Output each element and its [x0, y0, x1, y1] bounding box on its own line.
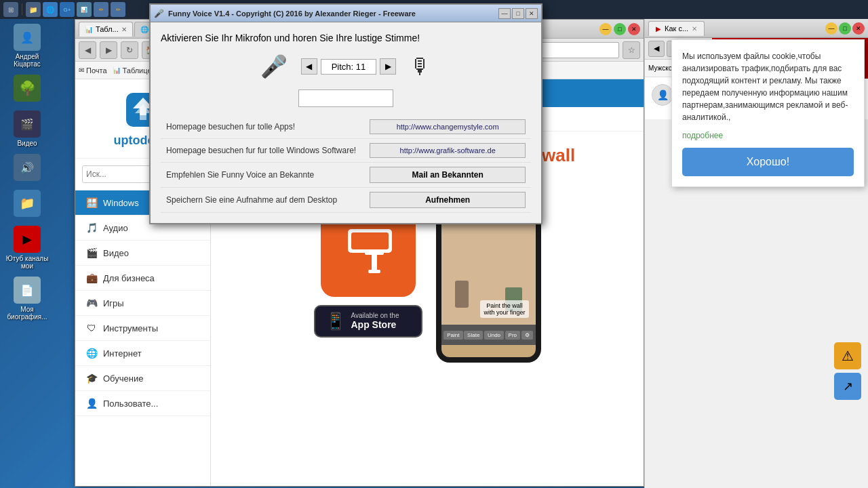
yt-win-controls: — □ ✕: [825, 22, 865, 35]
tab-icon-2: 🌐: [140, 26, 149, 33]
user-nav-icon: 👤: [85, 398, 98, 409]
browser-minimize-button[interactable]: —: [599, 23, 612, 35]
phone-slate-btn[interactable]: Slate: [464, 331, 483, 340]
svg-rect-4: [351, 232, 389, 249]
desktop-icon-user[interactable]: 👤 Андрей Кіцартас: [3, 24, 51, 68]
cookie-main-text: Мы используем файлы cookie,чтобы анализи…: [682, 52, 848, 122]
business-icon: 💼: [85, 272, 98, 283]
phone-settings-btn[interactable]: ⚙: [521, 331, 533, 340]
app-store-text: Available on the App Store: [351, 312, 399, 330]
sidebar-item-games[interactable]: 🎮 Игры: [75, 291, 210, 316]
taskbar-icon-4[interactable]: 📊: [77, 2, 92, 17]
taskbar-icon-5[interactable]: ✏: [94, 2, 108, 17]
nav-back-button[interactable]: ◀: [79, 41, 96, 59]
table-row: Speichern Sie eine Aufnahme auf dem Desk…: [161, 188, 531, 213]
phone-toolbar: Paint Slate Undo Pro ⚙: [441, 325, 536, 345]
sidebar-item-business[interactable]: 💼 Для бизнеса: [75, 266, 210, 291]
yt-content: 👤 RU Мы используем файлы cookie,чтобы ан…: [645, 77, 868, 119]
fv-link-1-button[interactable]: http://www.changemystyle.com: [370, 119, 526, 134]
available-on-label: Available on the: [351, 312, 399, 319]
table-row: Homepage besuchen fur tolle Apps! http:/…: [161, 115, 531, 139]
cookie-accept-button[interactable]: Хорошо!: [682, 148, 854, 176]
sidebar-item-tools[interactable]: 🛡 Инструменты: [75, 316, 210, 341]
yt-tab-close[interactable]: ✕: [692, 25, 697, 33]
taskbar-icon-1[interactable]: 📁: [26, 2, 41, 17]
phone-undo-btn[interactable]: Undo: [484, 331, 504, 340]
browser-tab-1[interactable]: 📊 Табл... ✕: [79, 22, 133, 37]
fv-title-icon: 🎤: [154, 9, 164, 18]
desktop-icon-video[interactable]: 🎬 Видео: [3, 110, 51, 147]
fv-pitch-input[interactable]: [298, 89, 393, 107]
browser-maximize-button[interactable]: □: [614, 23, 626, 35]
fv-row-3-desc: Empfehlen Sie Funny Voice an Bekannte: [161, 163, 364, 188]
games-icon: 🎮: [85, 298, 98, 308]
bookmark-mail-label: Почта: [86, 66, 107, 75]
fv-link-2-button[interactable]: http://www.grafik-software.de: [370, 143, 526, 158]
desktop-icon-user-label: Андрей Кіцартас: [3, 53, 51, 68]
phone-paint-btn[interactable]: Paint: [443, 331, 462, 340]
fv-record-button[interactable]: Aufnehmen: [370, 192, 526, 208]
desktop-icon-tree[interactable]: 🌳: [3, 75, 51, 104]
sidebar-item-video[interactable]: 🎬 Видео: [75, 241, 210, 266]
sidebar-item-user[interactable]: 👤 Пользовате...: [75, 391, 210, 416]
sidebar-item-business-label: Для бизнеса: [103, 273, 155, 283]
yt-maximize-button[interactable]: □: [839, 22, 851, 35]
desktop-icon-youtube[interactable]: ▶ Ютуб каналы мои: [3, 226, 51, 270]
desktop-icon-youtube-label: Ютуб каналы мои: [3, 255, 51, 270]
fv-row-1-desc: Homepage besuchen fur tolle Apps!: [161, 115, 364, 139]
yt-tab[interactable]: ▶ Как с... ✕: [648, 21, 705, 36]
warning-icon[interactable]: ⚠: [834, 342, 861, 369]
table-row: Homepage besuchen fur fur tolle Windows …: [161, 139, 531, 163]
yt-minimize-button[interactable]: —: [825, 22, 837, 35]
funny-voice-window: 🎤 Funny Voice V1.4 - Copyright (C) 2016 …: [149, 3, 542, 224]
bookmark-tables[interactable]: 📊 Таблице: [113, 66, 152, 75]
sidebar-item-windows-label: Windows: [103, 198, 139, 208]
desktop-icon-folder[interactable]: 📁: [3, 190, 51, 219]
sidebar-item-video-label: Видео: [103, 248, 129, 258]
fv-title-text: Funny Voice V1.4 - Copyright (C) 2016 by…: [168, 9, 498, 18]
fv-maximize-button[interactable]: □: [512, 8, 524, 19]
bookmark-star[interactable]: ☆: [623, 41, 640, 59]
taskbar-icon-2[interactable]: 🌐: [43, 2, 58, 17]
yt-user-icon[interactable]: 👤: [652, 84, 673, 106]
taskbar-icon-3[interactable]: G+: [60, 2, 75, 17]
yt-close-button[interactable]: ✕: [852, 22, 865, 35]
fv-pitch-increase-button[interactable]: ▶: [380, 58, 396, 75]
nav-refresh-button[interactable]: ↻: [121, 41, 138, 59]
taskbar-icon-6[interactable]: ✏: [111, 2, 125, 17]
yt-tab-icon: ▶: [656, 25, 661, 33]
sidebar-item-internet[interactable]: 🌐 Интернет: [75, 341, 210, 366]
desktop: ⊞ 📁 🌐 G+ 📊 ✏ ✏ 👤 Андрей Кіцартас 🌳 🎬 Вид…: [0, 0, 868, 488]
fv-mic-right-icon[interactable]: 🎙: [410, 54, 431, 79]
bookmark-mail[interactable]: ✉ Почта: [79, 66, 107, 75]
phone-pro-btn[interactable]: Pro: [505, 331, 520, 340]
app-store-button[interactable]: 📱 Available on the App Store: [314, 305, 422, 338]
tab-icon: 📊: [85, 26, 93, 33]
sidebar-nav: 🪟 Windows 🎵 Аудио 🎬 Видео 💼 Для бизнеса: [75, 190, 210, 486]
desktop-icon-document[interactable]: 📄 Моя биография...: [3, 277, 51, 321]
cookie-more-link[interactable]: подробнее: [682, 131, 723, 140]
fv-content: Aktivieren Sie Ihr Mikrofon und horen Si…: [151, 22, 541, 223]
desktop-icon-volume[interactable]: 🔊: [3, 154, 51, 183]
share-icon[interactable]: ↗: [834, 373, 861, 400]
fv-close-button[interactable]: ✕: [526, 8, 538, 19]
nav-forward-button[interactable]: ▶: [100, 41, 117, 59]
cookie-text: Мы используем файлы cookie,чтобы анализи…: [682, 50, 854, 123]
right-panel: Slivki secret ▶ Как с... ✕ — □ ✕ ◀ ▶ ↻ ☆…: [644, 19, 868, 488]
tools-icon: 🛡: [85, 323, 98, 333]
fv-mic-left-icon[interactable]: 🎤: [260, 54, 288, 79]
browser-close-button[interactable]: ✕: [628, 23, 640, 35]
fv-titlebar: 🎤 Funny Voice V1.4 - Copyright (C) 2016 …: [151, 5, 541, 22]
fv-mail-button[interactable]: Mail an Bekannten: [370, 167, 526, 183]
sidebar-item-education[interactable]: 🎓 Обучение: [75, 366, 210, 391]
yt-tab-label: Как с...: [665, 24, 688, 33]
start-button[interactable]: ⊞: [3, 2, 18, 17]
yt-back-button[interactable]: ◀: [648, 41, 665, 57]
education-icon: 🎓: [85, 373, 98, 384]
fv-minimize-button[interactable]: —: [498, 8, 511, 19]
sidebar-item-games-label: Игры: [103, 298, 124, 308]
internet-icon: 🌐: [85, 348, 98, 359]
fv-pitch-decrease-button[interactable]: ◀: [301, 58, 317, 75]
tab-close-1[interactable]: ✕: [121, 26, 127, 33]
sidebar-item-user-label: Пользовате...: [103, 399, 158, 409]
